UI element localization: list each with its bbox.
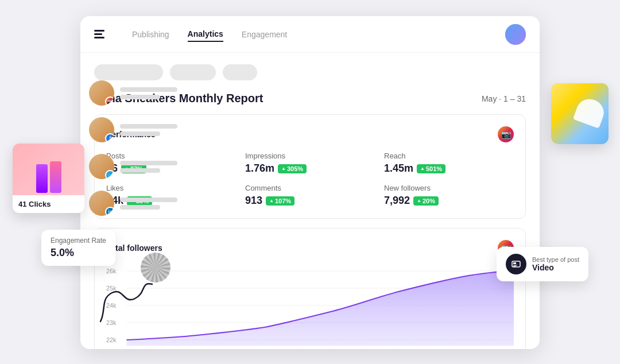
navigation: Publishing Analytics Engagement [80,16,540,53]
sidebar-name-line [120,161,177,165]
comments-value-row: 913 107% [245,195,375,207]
impressions-value: 1.76m [245,162,274,175]
best-type-label: Best type of post [532,256,579,263]
impressions-label: Impressions [245,152,375,160]
sidebar-item-instagram[interactable]: 📷 [89,80,177,106]
instagram-avatar: 📷 [89,80,114,106]
app-logo [94,30,104,38]
clicks-label: Clicks [29,200,51,208]
facebook-badge: f [105,133,114,142]
metric-new-followers: New followers 7,992 20% [384,184,514,207]
sidebar-stat-line [120,205,160,210]
nav-analytics[interactable]: Analytics [188,27,223,42]
reach-badge: 501% [417,164,445,173]
reach-label: Reach [384,152,514,160]
chart-header: Total followers 📷 [106,240,514,256]
svg-text:22k: 22k [106,336,117,343]
new-followers-value: 7,992 [384,195,410,207]
facebook-avatar: f [89,117,114,142]
nav-publishing[interactable]: Publishing [132,28,169,41]
reach-value-row: 1.45m 501% [384,162,514,175]
reach-card: 287 Reach [551,83,609,144]
logo-bar-3 [94,37,104,38]
best-type-icon [506,254,526,274]
best-type-value: Video [532,263,579,272]
report-date: May · 1 – 31 [482,94,526,103]
new-followers-badge: 20% [413,196,439,206]
best-type-card: Best type of post Video [497,247,588,281]
sidebar-stat-line [120,131,160,136]
clicks-count: 41 [18,200,26,208]
clicks-card: 41 Clicks [13,144,84,213]
sidebar-stat-line [120,168,160,173]
comments-badge: 107% [266,196,294,206]
sidebar-item-facebook[interactable]: f [89,117,177,142]
sidebar-name-line [120,198,177,202]
nav-engagement[interactable]: Engagement [242,28,287,41]
new-followers-value-row: 7,992 20% [384,195,514,207]
avatar-image [505,24,526,45]
sidebar-social-items: 📷 f 🐦 in [89,80,177,216]
engagement-label: Engagement Rate [51,237,106,245]
filter-account[interactable] [94,64,163,80]
chart-card: Total followers 📷 26k 25k 24k 23k 22k [94,228,526,349]
comments-value: 913 [245,195,262,207]
clicks-image [13,144,84,195]
decorative-squiggle [89,276,158,335]
impressions-value-row: 1.76m 305% [245,162,375,175]
logo-bar-2 [94,33,102,35]
reach-image [551,83,609,129]
followers-chart: 26k 25k 24k 23k 22k [106,265,514,349]
impressions-badge: 305% [278,164,307,173]
svg-text:26k: 26k [106,268,117,274]
instagram-icon: 📷 [498,126,514,142]
twitter-badge: 🐦 [105,170,114,179]
sidebar-stat-line [120,95,160,99]
chart-container: 26k 25k 24k 23k 22k [106,265,514,349]
metric-impressions: Impressions 1.76m 305% [245,152,375,175]
twitter-avatar: 🐦 [89,154,114,179]
linkedin-badge: in [105,207,114,216]
sidebar-item-linkedin[interactable]: in [89,191,177,216]
svg-rect-19 [513,262,516,264]
engagement-card: Engagement Rate 5.0% [41,230,115,266]
filter-type[interactable] [223,64,257,80]
clicks-footer: 41 Clicks [13,195,84,213]
filter-date[interactable] [170,64,216,80]
linkedin-avatar: in [89,191,114,216]
metric-comments: Comments 913 107% [245,184,375,207]
instagram-badge: 📷 [105,96,114,106]
best-type-text: Best type of post Video [532,256,579,272]
engagement-value: 5.0% [51,247,106,259]
metric-reach: Reach 1.45m 501% [384,152,514,175]
sidebar-name-line [120,87,177,92]
filter-bar [94,64,526,80]
logo-bar-1 [94,30,104,32]
new-followers-label: New followers [384,184,514,192]
sidebar-item-twitter[interactable]: 🐦 [89,154,177,179]
reach-value: 1.45m [384,162,413,175]
user-avatar[interactable] [505,24,526,45]
sidebar-name-line [120,124,177,129]
comments-label: Comments [245,184,375,192]
